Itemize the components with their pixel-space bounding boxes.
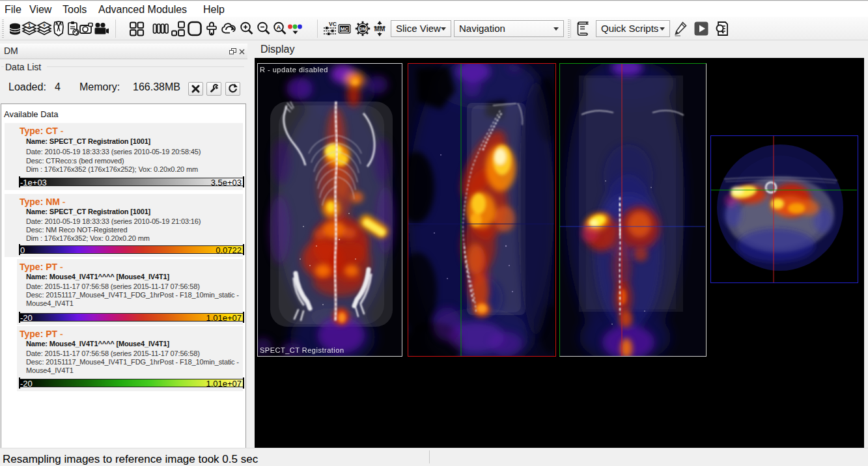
svg-text:DM: DM	[359, 27, 367, 31]
svg-text:+: +	[42, 22, 46, 29]
svg-text:A: A	[277, 23, 281, 31]
svg-text:1: 1	[27, 22, 31, 29]
svg-text:MM: MM	[374, 25, 385, 33]
svg-text:MC: MC	[341, 26, 349, 32]
